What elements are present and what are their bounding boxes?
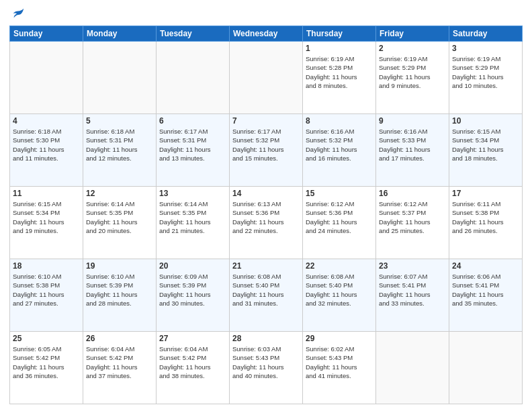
day-number: 15: [306, 189, 373, 198]
day-info: Sunrise: 6:15 AM Sunset: 5:34 PM Dayligh…: [452, 127, 519, 163]
calendar-cell: 19Sunrise: 6:10 AM Sunset: 5:39 PM Dayli…: [83, 259, 157, 332]
page: Sunday Monday Tuesday Wednesday Thursday…: [0, 0, 532, 411]
day-info: Sunrise: 6:12 AM Sunset: 5:37 PM Dayligh…: [379, 199, 446, 235]
header-thursday: Thursday: [303, 26, 376, 42]
day-number: 22: [306, 261, 373, 271]
calendar-week-4: 25Sunrise: 6:05 AM Sunset: 5:42 PM Dayli…: [10, 332, 523, 404]
day-number: 27: [159, 334, 226, 343]
calendar-cell: 2Sunrise: 6:19 AM Sunset: 5:29 PM Daylig…: [376, 42, 449, 114]
day-info: Sunrise: 6:07 AM Sunset: 5:41 PM Dayligh…: [379, 272, 446, 308]
day-info: Sunrise: 6:18 AM Sunset: 5:31 PM Dayligh…: [86, 127, 153, 163]
day-number: 29: [306, 334, 373, 343]
day-number: 19: [86, 261, 153, 271]
calendar-cell: 14Sunrise: 6:13 AM Sunset: 5:36 PM Dayli…: [230, 187, 303, 259]
day-info: Sunrise: 6:19 AM Sunset: 5:28 PM Dayligh…: [306, 54, 373, 90]
header-friday: Friday: [376, 26, 449, 42]
day-number: 2: [379, 44, 446, 53]
calendar-cell: [10, 42, 83, 114]
calendar-cell: 22Sunrise: 6:08 AM Sunset: 5:40 PM Dayli…: [303, 259, 376, 332]
calendar-header-row: Sunday Monday Tuesday Wednesday Thursday…: [10, 26, 523, 42]
calendar-week-3: 18Sunrise: 6:10 AM Sunset: 5:38 PM Dayli…: [10, 259, 523, 332]
day-number: 24: [452, 261, 519, 271]
day-number: 17: [452, 189, 519, 198]
day-info: Sunrise: 6:10 AM Sunset: 5:39 PM Dayligh…: [86, 272, 153, 308]
day-info: Sunrise: 6:09 AM Sunset: 5:39 PM Dayligh…: [159, 272, 226, 308]
calendar-cell: 20Sunrise: 6:09 AM Sunset: 5:39 PM Dayli…: [157, 259, 230, 332]
day-number: 8: [306, 116, 373, 126]
calendar-week-0: 1Sunrise: 6:19 AM Sunset: 5:28 PM Daylig…: [10, 42, 523, 114]
calendar-cell: 23Sunrise: 6:07 AM Sunset: 5:41 PM Dayli…: [376, 259, 449, 332]
day-info: Sunrise: 6:02 AM Sunset: 5:43 PM Dayligh…: [306, 345, 373, 380]
day-number: 20: [159, 261, 226, 271]
calendar-week-1: 4Sunrise: 6:18 AM Sunset: 5:30 PM Daylig…: [10, 114, 523, 187]
calendar-cell: 16Sunrise: 6:12 AM Sunset: 5:37 PM Dayli…: [376, 187, 449, 259]
calendar-cell: 4Sunrise: 6:18 AM Sunset: 5:30 PM Daylig…: [10, 114, 83, 187]
calendar-cell: 29Sunrise: 6:02 AM Sunset: 5:43 PM Dayli…: [303, 332, 376, 404]
calendar-cell: 27Sunrise: 6:04 AM Sunset: 5:42 PM Dayli…: [157, 332, 230, 404]
calendar-cell: 6Sunrise: 6:17 AM Sunset: 5:31 PM Daylig…: [157, 114, 230, 187]
calendar-cell: [376, 332, 449, 404]
day-number: 3: [452, 44, 519, 53]
header-tuesday: Tuesday: [157, 26, 230, 42]
day-info: Sunrise: 6:10 AM Sunset: 5:38 PM Dayligh…: [13, 272, 80, 308]
day-info: Sunrise: 6:17 AM Sunset: 5:32 PM Dayligh…: [232, 127, 300, 163]
calendar-cell: 25Sunrise: 6:05 AM Sunset: 5:42 PM Dayli…: [10, 332, 83, 404]
day-info: Sunrise: 6:03 AM Sunset: 5:43 PM Dayligh…: [232, 345, 300, 380]
day-info: Sunrise: 6:12 AM Sunset: 5:36 PM Dayligh…: [306, 199, 373, 235]
day-info: Sunrise: 6:08 AM Sunset: 5:40 PM Dayligh…: [306, 272, 373, 308]
day-info: Sunrise: 6:19 AM Sunset: 5:29 PM Dayligh…: [379, 54, 446, 90]
logo-bird-icon: [11, 7, 26, 21]
day-number: 18: [13, 261, 80, 271]
calendar-week-2: 11Sunrise: 6:15 AM Sunset: 5:34 PM Dayli…: [10, 187, 523, 259]
header-sunday: Sunday: [10, 26, 83, 42]
day-number: 28: [232, 334, 300, 343]
day-info: Sunrise: 6:14 AM Sunset: 5:35 PM Dayligh…: [159, 199, 226, 235]
day-number: 26: [86, 334, 153, 343]
day-info: Sunrise: 6:06 AM Sunset: 5:41 PM Dayligh…: [452, 272, 519, 308]
calendar-cell: 15Sunrise: 6:12 AM Sunset: 5:36 PM Dayli…: [303, 187, 376, 259]
day-info: Sunrise: 6:18 AM Sunset: 5:30 PM Dayligh…: [13, 127, 80, 163]
day-number: 1: [306, 44, 373, 53]
day-number: 16: [379, 189, 446, 198]
day-info: Sunrise: 6:11 AM Sunset: 5:38 PM Dayligh…: [452, 199, 519, 235]
day-number: 14: [232, 189, 300, 198]
day-number: 5: [86, 116, 153, 126]
day-number: 23: [379, 261, 446, 271]
header-saturday: Saturday: [449, 26, 523, 42]
day-info: Sunrise: 6:17 AM Sunset: 5:31 PM Dayligh…: [159, 127, 226, 163]
day-number: 6: [159, 116, 226, 126]
calendar-cell: 12Sunrise: 6:14 AM Sunset: 5:35 PM Dayli…: [83, 187, 157, 259]
calendar-cell: 7Sunrise: 6:17 AM Sunset: 5:32 PM Daylig…: [230, 114, 303, 187]
calendar-cell: 5Sunrise: 6:18 AM Sunset: 5:31 PM Daylig…: [83, 114, 157, 187]
day-number: 10: [452, 116, 519, 126]
day-number: 13: [159, 189, 226, 198]
day-info: Sunrise: 6:16 AM Sunset: 5:33 PM Dayligh…: [379, 127, 446, 163]
header: [9, 7, 523, 21]
calendar-cell: 18Sunrise: 6:10 AM Sunset: 5:38 PM Dayli…: [10, 259, 83, 332]
day-info: Sunrise: 6:14 AM Sunset: 5:35 PM Dayligh…: [86, 199, 153, 235]
day-info: Sunrise: 6:04 AM Sunset: 5:42 PM Dayligh…: [86, 345, 153, 380]
day-number: 4: [13, 116, 80, 126]
calendar-cell: [83, 42, 157, 114]
day-number: 7: [232, 116, 300, 126]
day-info: Sunrise: 6:05 AM Sunset: 5:42 PM Dayligh…: [13, 345, 80, 380]
calendar-cell: 17Sunrise: 6:11 AM Sunset: 5:38 PM Dayli…: [449, 187, 523, 259]
calendar-cell: [157, 42, 230, 114]
calendar-cell: 8Sunrise: 6:16 AM Sunset: 5:32 PM Daylig…: [303, 114, 376, 187]
day-info: Sunrise: 6:19 AM Sunset: 5:29 PM Dayligh…: [452, 54, 519, 90]
day-info: Sunrise: 6:04 AM Sunset: 5:42 PM Dayligh…: [159, 345, 226, 380]
calendar-cell: [449, 332, 523, 404]
calendar-cell: 1Sunrise: 6:19 AM Sunset: 5:28 PM Daylig…: [303, 42, 376, 114]
day-number: 25: [13, 334, 80, 343]
calendar-cell: 11Sunrise: 6:15 AM Sunset: 5:34 PM Dayli…: [10, 187, 83, 259]
header-wednesday: Wednesday: [230, 26, 303, 42]
day-number: 11: [13, 189, 80, 198]
day-info: Sunrise: 6:13 AM Sunset: 5:36 PM Dayligh…: [232, 199, 300, 235]
calendar-cell: 3Sunrise: 6:19 AM Sunset: 5:29 PM Daylig…: [449, 42, 523, 114]
calendar-cell: 24Sunrise: 6:06 AM Sunset: 5:41 PM Dayli…: [449, 259, 523, 332]
logo: [9, 7, 26, 21]
day-info: Sunrise: 6:15 AM Sunset: 5:34 PM Dayligh…: [13, 199, 80, 235]
day-info: Sunrise: 6:08 AM Sunset: 5:40 PM Dayligh…: [232, 272, 300, 308]
calendar-body: 1Sunrise: 6:19 AM Sunset: 5:28 PM Daylig…: [10, 42, 523, 404]
day-number: 9: [379, 116, 446, 126]
